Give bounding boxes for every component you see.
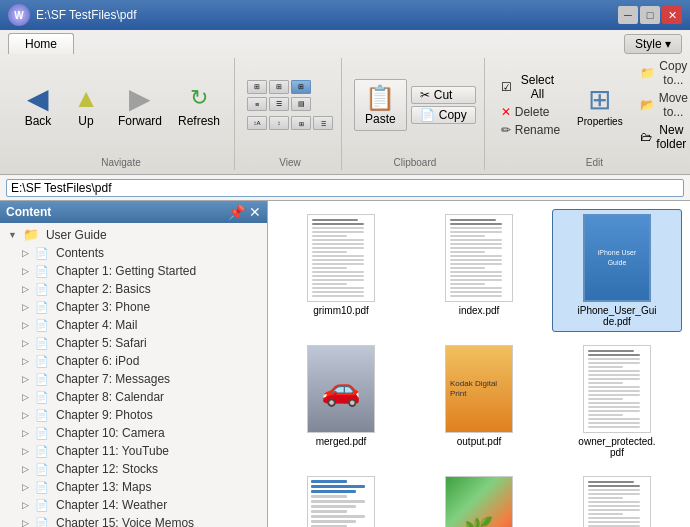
- style-button[interactable]: Style ▾: [624, 34, 682, 54]
- file-name-label: owner_protected.pdf: [577, 436, 657, 458]
- sidebar-item-ch3[interactable]: ▷📄Chapter 3: Phone: [0, 298, 267, 316]
- file-item-owner-protected-pdf[interactable]: owner_protected.pdf: [552, 340, 682, 463]
- sidebar-header: Content 📌 ✕: [0, 201, 267, 223]
- sidebar-item-ch9[interactable]: ▷📄Chapter 9: Photos: [0, 406, 267, 424]
- item-label: Chapter 11: YouTube: [56, 444, 169, 458]
- file-thumbnail: [583, 345, 651, 433]
- sidebar-item-ch7[interactable]: ▷📄Chapter 7: Messages: [0, 370, 267, 388]
- back-button[interactable]: ◀ Back: [16, 80, 60, 130]
- sidebar-item-ch5[interactable]: ▷📄Chapter 5: Safari: [0, 334, 267, 352]
- file-item-index-pdf[interactable]: index.pdf: [414, 209, 544, 332]
- file-browser: grimm10.pdfindex.pdfiPhone User GuideiPh…: [268, 201, 690, 527]
- item-label: Chapter 1: Getting Started: [56, 264, 196, 278]
- sidebar-close-button[interactable]: ✕: [249, 204, 261, 220]
- sidebar-item-ch11[interactable]: ▷📄Chapter 11: YouTube: [0, 442, 267, 460]
- move-to-icon: 📂: [640, 98, 655, 112]
- view-sort-1[interactable]: ↕A: [247, 116, 267, 130]
- delete-button[interactable]: ✕ Delete: [497, 104, 564, 120]
- page-icon: 📄: [35, 463, 49, 476]
- expand-icon: ▼: [8, 230, 17, 240]
- ribbon-group-clipboard: 📋 Paste ✂ Cut 📄 Copy Clipboard: [346, 58, 485, 170]
- sidebar-item-ch1[interactable]: ▷📄Chapter 1: Getting Started: [0, 262, 267, 280]
- item-label: Chapter 2: Basics: [56, 282, 151, 296]
- page-icon: 📄: [35, 445, 49, 458]
- item-label: Chapter 8: Calendar: [56, 390, 164, 404]
- refresh-button[interactable]: ↻ Refresh: [172, 80, 226, 130]
- sidebar-item-ch15[interactable]: ▷📄Chapter 15: Voice Memos: [0, 514, 267, 527]
- expand-icon: ▷: [22, 500, 29, 510]
- new-folder-label: New folder: [655, 123, 688, 151]
- forward-button[interactable]: ▶ Forward: [112, 80, 168, 130]
- paste-button[interactable]: 📋 Paste: [354, 79, 407, 131]
- view-sort-3[interactable]: ⊞: [291, 116, 311, 130]
- back-label: Back: [25, 114, 52, 128]
- file-item-merged-pdf[interactable]: 🚗merged.pdf: [276, 340, 406, 463]
- sidebar-item-user-guide[interactable]: ▼📁User Guide: [0, 225, 267, 244]
- view-btn-4[interactable]: ≡: [247, 97, 267, 111]
- clipboard-label: Clipboard: [393, 157, 436, 168]
- sidebar-item-ch4[interactable]: ▷📄Chapter 4: Mail: [0, 316, 267, 334]
- new-folder-button[interactable]: 🗁 New folder: [636, 122, 690, 152]
- file-item-output-pdf[interactable]: Kodak Digital Printoutput.pdf: [414, 340, 544, 463]
- tab-home[interactable]: Home: [8, 33, 74, 54]
- toolbar-area: Home Style ▾ ◀ Back ▲ Up ▶ Forward: [0, 30, 690, 175]
- view-sort-4[interactable]: ☰: [313, 116, 333, 130]
- rename-button[interactable]: ✏ Rename: [497, 122, 564, 138]
- address-input[interactable]: [6, 179, 684, 197]
- expand-icon: ▷: [22, 464, 29, 474]
- new-folder-icon: 🗁: [640, 130, 652, 144]
- copy-label: Copy: [439, 108, 467, 122]
- view-btn-5[interactable]: ☰: [269, 97, 289, 111]
- cut-button[interactable]: ✂ Cut: [411, 86, 476, 104]
- minimize-button[interactable]: ─: [618, 6, 638, 24]
- properties-label: Properties: [577, 116, 623, 127]
- view-btn-1[interactable]: ⊞: [247, 80, 267, 94]
- sidebar-item-ch6[interactable]: ▷📄Chapter 6: iPod: [0, 352, 267, 370]
- forward-icon: ▶: [124, 82, 156, 114]
- page-icon: 📄: [35, 355, 49, 368]
- view-btn-6[interactable]: ▤: [291, 97, 311, 111]
- tab-bar: Home Style ▾: [0, 30, 690, 54]
- expand-icon: ▷: [22, 284, 29, 294]
- file-item-photos-pdf[interactable]: 🌿photos.pdf: [414, 471, 544, 527]
- file-name-label: output.pdf: [457, 436, 501, 447]
- file-item-owner-protected-NoRes---[interactable]: owner_protected_NoRes...: [276, 471, 406, 527]
- item-label: Chapter 14: Weather: [56, 498, 167, 512]
- sidebar-pin-button[interactable]: 📌: [228, 204, 245, 220]
- file-item-grimm10-pdf[interactable]: grimm10.pdf: [276, 209, 406, 332]
- item-label: Chapter 10: Camera: [56, 426, 165, 440]
- scissors-icon: ✂: [420, 88, 430, 102]
- sidebar-item-ch8[interactable]: ▷📄Chapter 8: Calendar: [0, 388, 267, 406]
- view-sort-2[interactable]: ↕: [269, 116, 289, 130]
- file-name-label: grimm10.pdf: [313, 305, 369, 316]
- sidebar-item-ch10[interactable]: ▷📄Chapter 10: Camera: [0, 424, 267, 442]
- select-all-button[interactable]: ☑ Select All: [497, 72, 564, 102]
- back-icon: ◀: [22, 82, 54, 114]
- page-icon: 📄: [35, 409, 49, 422]
- clipboard-buttons: 📋 Paste ✂ Cut 📄 Copy: [354, 58, 476, 152]
- copy-to-button[interactable]: 📁 Copy to...: [636, 58, 690, 88]
- sidebar-item-contents[interactable]: ▷📄Contents: [0, 244, 267, 262]
- file-item-iPhone-User-Guide-pdf[interactable]: iPhone User GuideiPhone_User_Guide.pdf: [552, 209, 682, 332]
- copy-button[interactable]: 📄 Copy: [411, 106, 476, 124]
- address-bar: [0, 175, 690, 201]
- window-title: E:\SF TestFiles\pdf: [36, 8, 136, 22]
- up-button[interactable]: ▲ Up: [64, 80, 108, 130]
- sidebar-item-ch14[interactable]: ▷📄Chapter 14: Weather: [0, 496, 267, 514]
- sidebar-item-ch13[interactable]: ▷📄Chapter 13: Maps: [0, 478, 267, 496]
- view-btn-2[interactable]: ⊞: [269, 80, 289, 94]
- edit-column-1: ☑ Select All ✕ Delete ✏ Rename: [497, 72, 564, 138]
- sidebar-item-ch12[interactable]: ▷📄Chapter 12: Stocks: [0, 460, 267, 478]
- expand-icon: ▷: [22, 428, 29, 438]
- view-btn-3[interactable]: ⊞: [291, 80, 311, 94]
- maximize-button[interactable]: □: [640, 6, 660, 24]
- file-name-label: merged.pdf: [316, 436, 367, 447]
- item-label: Chapter 4: Mail: [56, 318, 137, 332]
- file-item-pride-and-prejudice-pdf[interactable]: pride and prejudice.pdf: [552, 471, 682, 527]
- paste-icon: 📋: [365, 84, 395, 112]
- expand-icon: ▷: [22, 392, 29, 402]
- properties-button[interactable]: ⊞ Properties: [568, 78, 632, 132]
- close-button[interactable]: ✕: [662, 6, 682, 24]
- move-to-button[interactable]: 📂 Move to...: [636, 90, 690, 120]
- sidebar-item-ch2[interactable]: ▷📄Chapter 2: Basics: [0, 280, 267, 298]
